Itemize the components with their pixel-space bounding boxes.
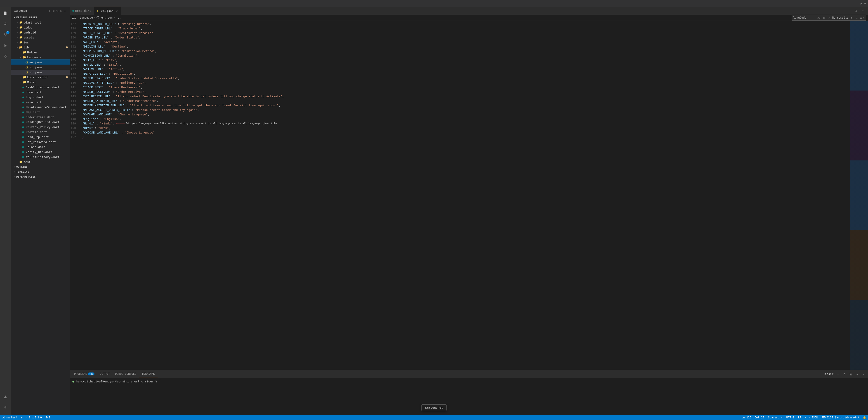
- search-input[interactable]: [793, 16, 816, 19]
- panel-tab-terminal[interactable]: TERMINAL: [139, 370, 158, 378]
- more-btn[interactable]: ⋯: [64, 8, 67, 13]
- status-encoding[interactable]: UTF-8: [784, 415, 796, 420]
- panel-split-terminal[interactable]: ⊟: [842, 371, 847, 377]
- sidebar-item-localization[interactable]: › 📁 Localization: [11, 75, 70, 80]
- panel-tab-problems[interactable]: PROBLEMS 441: [71, 370, 97, 378]
- sidebar-item-ios[interactable]: › 📁 ios: [11, 40, 70, 45]
- search-close-btn[interactable]: ✕: [863, 16, 865, 20]
- status-language[interactable]: { } JSON: [803, 415, 820, 420]
- activity-source-control[interactable]: 2: [0, 29, 11, 40]
- sidebar-item-orderdetail[interactable]: ◉ OrderDetail.dart: [11, 114, 70, 119]
- panel-new-terminal[interactable]: +: [835, 371, 841, 377]
- sidebar-item-sendotp[interactable]: ◉ Send_Otp.dart: [11, 134, 70, 139]
- status-branch[interactable]: ⎇ master*: [0, 415, 19, 420]
- sidebar-item-privacy[interactable]: ◉ Privacy_Policy.dart: [11, 124, 70, 130]
- svg-point-3: [6, 33, 7, 34]
- sidebar-item-wallethistsory[interactable]: ◉ WalletHistsory.dart: [11, 154, 70, 159]
- status-problems-count[interactable]: 441: [43, 415, 52, 420]
- new-file-btn[interactable]: +: [48, 8, 51, 13]
- sidebar-item-hi-json[interactable]: {} hi.json: [11, 65, 70, 70]
- tab-en-json-label: en.json: [101, 9, 114, 13]
- collapse-btn[interactable]: ⊟: [60, 8, 63, 13]
- breadcrumb-file[interactable]: {} en.json: [96, 16, 113, 19]
- sidebar-item-test[interactable]: › 📁 test: [11, 159, 70, 164]
- activity-settings[interactable]: [0, 402, 11, 413]
- sidebar-item-splash[interactable]: ◉ Splash.dart: [11, 144, 70, 149]
- sidebar-item-dart-tool[interactable]: › 📁 .dart_tool: [11, 20, 70, 25]
- search-word-btn[interactable]: ab: [822, 16, 826, 20]
- branch-icon: ⎇: [2, 416, 5, 419]
- breadcrumb-language[interactable]: Language: [80, 16, 93, 19]
- search-case-btn[interactable]: Aa: [817, 16, 821, 20]
- sidebar-item-main[interactable]: ◉ main.dart: [11, 100, 70, 105]
- new-folder-btn[interactable]: ⊕: [52, 8, 55, 13]
- layout-button[interactable]: ⊞: [864, 2, 866, 5]
- section-dependencies[interactable]: › DEPENDENCIES: [11, 174, 70, 179]
- panel-tab-output[interactable]: OUTPUT: [97, 370, 112, 378]
- sidebar-item-helper[interactable]: › 📁 Helper: [11, 50, 70, 55]
- status-notifications[interactable]: 🔔: [861, 415, 868, 420]
- sidebar-item-maintainance[interactable]: ◉ MaintainanceScreen.dart: [11, 105, 70, 110]
- no-results-label: No results: [832, 16, 848, 19]
- sidebar-item-model[interactable]: › 📁 Model: [11, 80, 70, 85]
- sidebar-item-language[interactable]: ▾ 📂 Language: [11, 55, 70, 60]
- activity-account[interactable]: [0, 391, 11, 402]
- search-list-btn[interactable]: ≡: [860, 16, 862, 20]
- refresh-btn[interactable]: ↻: [56, 8, 59, 13]
- status-sync[interactable]: ↻: [19, 415, 24, 420]
- sidebar-item-cashcollection[interactable]: ◉ CashCollection.dart: [11, 85, 70, 90]
- tab-home-dart[interactable]: ◉ Home.dart: [70, 7, 94, 15]
- sidebar-item-ur-json[interactable]: {} ur.json: [11, 70, 70, 75]
- warning-icon: ⚠: [32, 416, 34, 419]
- terminal-shell-icon: ⊞: [825, 372, 826, 376]
- tab-more[interactable]: ⋯: [860, 8, 866, 14]
- activity-run[interactable]: [0, 40, 11, 51]
- activity-search[interactable]: [0, 19, 11, 29]
- minimap-content: [850, 21, 868, 370]
- activity-extensions[interactable]: [0, 51, 11, 62]
- search-prev-btn[interactable]: ↑: [849, 16, 854, 20]
- tab-split-editor[interactable]: ⊟: [852, 8, 859, 14]
- sidebar-item-en-json[interactable]: {} en.json: [11, 60, 70, 65]
- sidebar-item-root[interactable]: ▾ ERESTRO_RIDER: [11, 15, 70, 20]
- panel-maximize[interactable]: ∧: [855, 371, 860, 377]
- status-errors[interactable]: ✕ 0 ⚠ 0 ℹ 0: [24, 415, 43, 420]
- section-outline[interactable]: › OUTLINE: [11, 164, 70, 169]
- eol-label: LF: [798, 416, 801, 419]
- panel-tab-debug[interactable]: DEBUG CONSOLE: [112, 370, 139, 378]
- sidebar-item-pendingord[interactable]: ◉ PendingOrdList.dart: [11, 119, 70, 124]
- run-button[interactable]: ▶: [861, 2, 862, 5]
- search-next-btn[interactable]: ↓: [855, 16, 859, 20]
- tab-en-json[interactable]: {} en.json ✕: [94, 7, 121, 15]
- section-timeline[interactable]: › TIMELINE: [11, 169, 70, 174]
- code-content[interactable]: "PENDING_ORDER_LBL" : "Pending Orders", …: [81, 21, 850, 370]
- sidebar-item-assets[interactable]: › 📁 assets: [11, 35, 70, 40]
- status-ln-col[interactable]: Ln 123, Col 27: [740, 415, 766, 420]
- tab-home-dart-label: Home.dart: [75, 9, 91, 12]
- sidebar-item-login[interactable]: ◉ Login.dart: [11, 94, 70, 100]
- panel-close[interactable]: ✕: [861, 371, 866, 377]
- panel-kill-terminal[interactable]: 🗑: [848, 371, 854, 377]
- sidebar-item-idea[interactable]: › 📁 .idea: [11, 25, 70, 30]
- search-regex-btn[interactable]: .*: [827, 16, 831, 20]
- status-spaces[interactable]: Spaces: 4: [766, 415, 784, 420]
- breadcrumb-more[interactable]: ...: [116, 16, 121, 19]
- panel-tabs: PROBLEMS 441 OUTPUT DEBUG CONSOLE TERMIN…: [70, 370, 868, 378]
- sidebar-item-profile[interactable]: ◉ Profile.dart: [11, 130, 70, 134]
- sidebar-item-android[interactable]: › 📁 android: [11, 30, 70, 35]
- breadcrumb-lib[interactable]: lib: [71, 16, 76, 19]
- sidebar: EXPLORER + ⊕ ↻ ⊟ ⋯ ▾ ERESTRO_RIDER ›: [11, 7, 70, 415]
- sidebar-item-verifyotp[interactable]: ◉ Verify_Otp.dart: [11, 149, 70, 154]
- sidebar-item-lib[interactable]: ▾ 📂 lib: [11, 45, 70, 50]
- status-device[interactable]: RMX3265 (android-arm64): [820, 415, 861, 420]
- sidebar-item-map[interactable]: ◉ Map.dart: [11, 110, 70, 114]
- tab-en-json-close[interactable]: ✕: [115, 9, 119, 13]
- tab-home-dart-icon: ◉: [72, 9, 74, 12]
- activity-explorer[interactable]: [0, 8, 11, 19]
- panel-actions: ⊞ zsh ∨ + ⊟ 🗑 ∧ ✕: [824, 371, 866, 377]
- sidebar-item-setpassword[interactable]: ◉ Set_Password.dart: [11, 139, 70, 144]
- info-count: 0: [40, 416, 42, 419]
- error-count: 0: [29, 416, 30, 419]
- sidebar-item-home[interactable]: ◉ Home.dart: [11, 90, 70, 94]
- status-eol[interactable]: LF: [796, 415, 803, 420]
